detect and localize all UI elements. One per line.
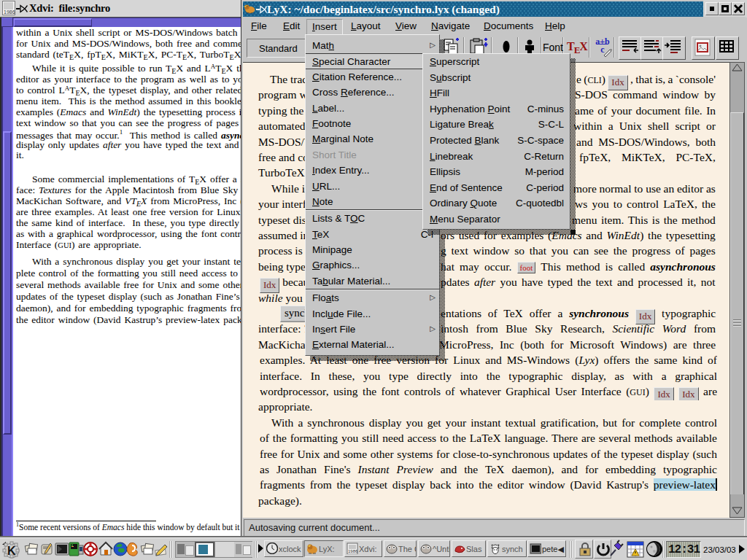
svg-text:K: K [7, 545, 16, 557]
svg-text:1986: 1986 [4, 9, 15, 15]
svg-text:1986: 1986 [348, 549, 358, 553]
